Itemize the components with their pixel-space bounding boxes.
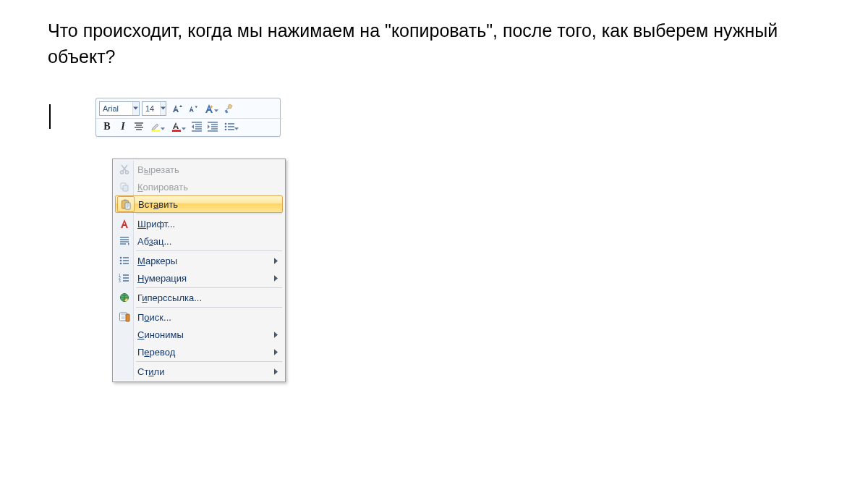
chevron-right-icon — [274, 349, 278, 355]
chevron-right-icon — [274, 275, 278, 282]
paste-icon — [117, 196, 135, 212]
highlight-button[interactable] — [148, 119, 167, 135]
shrink-font-icon — [187, 104, 197, 114]
text-effects-button[interactable] — [201, 101, 221, 117]
bullets-button[interactable] — [221, 119, 241, 135]
svg-rect-1 — [225, 109, 229, 113]
font-size-combo[interactable] — [142, 101, 166, 116]
decrease-indent-icon — [191, 121, 203, 132]
numbering-icon: 1 2 3 — [116, 270, 132, 286]
svg-point-15 — [120, 260, 122, 262]
decrease-indent-button[interactable] — [190, 119, 204, 135]
cut-icon — [116, 161, 132, 177]
menu-item-font[interactable]: Шрифт... — [114, 215, 284, 232]
chevron-down-icon — [234, 120, 239, 133]
chevron-right-icon — [274, 368, 278, 375]
empty-icon — [116, 326, 132, 342]
search-icon — [116, 309, 132, 325]
menu-separator — [136, 214, 282, 214]
menu-item-copy[interactable]: Копировать — [114, 178, 284, 195]
chevron-down-icon[interactable] — [132, 102, 139, 115]
shrink-font-button[interactable] — [185, 101, 200, 117]
chevron-right-icon — [274, 258, 278, 264]
grow-font-button[interactable] — [169, 101, 184, 117]
chevron-down-icon — [182, 120, 186, 133]
svg-rect-10 — [123, 185, 128, 191]
empty-icon — [116, 363, 132, 379]
empty-icon — [116, 344, 132, 360]
font-name-input[interactable] — [100, 102, 132, 115]
menu-item-paste[interactable]: Вставить — [115, 195, 283, 213]
svg-point-14 — [120, 257, 122, 259]
grow-font-icon — [171, 103, 182, 114]
menu-item-label: Копировать — [137, 182, 188, 193]
bullets-icon — [116, 253, 132, 269]
bold-button[interactable]: B — [100, 119, 114, 135]
menu-item-cut[interactable]: Вырезать — [114, 161, 284, 178]
menu-item-label: Стили — [137, 366, 164, 377]
align-center-icon — [134, 122, 144, 132]
svg-rect-2 — [151, 130, 160, 132]
menu-separator — [136, 307, 282, 308]
menu-item-bullets[interactable]: Маркеры — [114, 252, 284, 269]
menu-item-label: Вставить — [138, 199, 178, 210]
menu-item-styles[interactable]: Стили — [114, 363, 284, 380]
menu-item-label: Абзац... — [137, 236, 171, 247]
menu-item-label: Вырезать — [137, 164, 179, 175]
copy-icon — [116, 179, 132, 195]
format-painter-button[interactable] — [222, 101, 237, 117]
menu-item-synonyms[interactable]: Синонимы — [114, 326, 284, 343]
menu-item-paragraph[interactable]: Абзац... — [114, 232, 284, 250]
text-effects-icon — [203, 103, 215, 114]
increase-indent-button[interactable] — [205, 119, 220, 135]
toolbar-row-2: B I — [99, 117, 277, 135]
italic-button[interactable]: I — [116, 119, 130, 135]
svg-point-6 — [225, 128, 227, 130]
menu-separator — [136, 250, 282, 251]
menu-item-numbering[interactable]: 1 2 3 Нумерация — [114, 269, 284, 287]
svg-point-16 — [120, 263, 122, 265]
chevron-right-icon — [274, 332, 278, 338]
font-icon — [116, 216, 132, 232]
menu-item-translate[interactable]: Перевод — [114, 343, 284, 360]
bold-icon: B — [103, 121, 110, 132]
chevron-down-icon[interactable] — [160, 102, 166, 115]
svg-rect-22 — [121, 314, 126, 316]
mini-toolbar: B I — [95, 98, 281, 137]
font-name-combo[interactable] — [99, 101, 140, 116]
menu-item-label: Синонимы — [137, 329, 184, 340]
highlight-icon — [150, 121, 161, 132]
context-menu: Вырезать Копировать Вставить — [112, 159, 286, 382]
menu-item-label: Маркеры — [137, 256, 177, 266]
menu-item-search[interactable]: Поиск... — [114, 308, 284, 326]
format-painter-icon — [224, 103, 235, 114]
hyperlink-icon — [116, 290, 132, 305]
svg-rect-23 — [126, 314, 129, 321]
menu-item-label: Шрифт... — [137, 219, 175, 229]
font-size-input[interactable] — [142, 102, 160, 115]
menu-item-label: Гиперссылка... — [137, 292, 202, 303]
svg-rect-0 — [226, 107, 229, 110]
text-caret — [49, 104, 51, 129]
menu-item-label: Поиск... — [137, 312, 171, 323]
chevron-down-icon — [214, 102, 218, 115]
menu-item-label: Перевод — [137, 347, 175, 358]
svg-rect-12 — [124, 200, 127, 202]
menu-separator — [136, 287, 282, 288]
font-color-icon — [171, 121, 182, 132]
paragraph-icon — [116, 233, 132, 249]
bullets-icon — [224, 121, 235, 132]
menu-item-hyperlink[interactable]: Гиперссылка... — [114, 289, 284, 306]
svg-point-5 — [225, 125, 227, 127]
svg-point-4 — [225, 122, 227, 125]
menu-item-label: Нумерация — [137, 273, 187, 284]
align-center-button[interactable] — [132, 119, 146, 135]
toolbar-row-1 — [99, 99, 277, 117]
svg-rect-3 — [172, 130, 181, 132]
italic-icon: I — [121, 121, 124, 132]
toolbar-divider — [96, 118, 281, 119]
chevron-down-icon — [161, 120, 165, 133]
svg-text:3: 3 — [119, 279, 121, 283]
font-color-button[interactable] — [169, 119, 188, 135]
increase-indent-icon — [207, 121, 218, 132]
